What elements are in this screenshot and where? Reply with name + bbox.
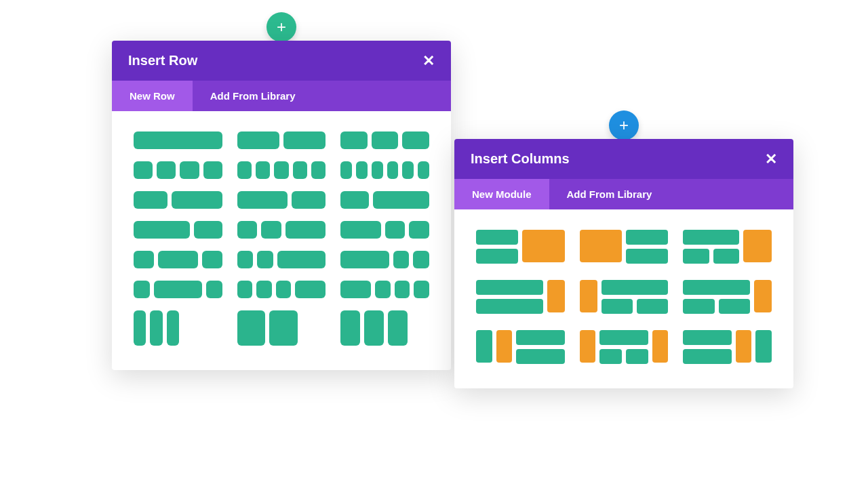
layout-2-3col[interactable] <box>134 221 222 239</box>
layout-2col-tall[interactable] <box>237 310 326 346</box>
tab-new-row[interactable]: New Row <box>112 81 193 111</box>
layout-3col-tall[interactable] <box>340 310 429 346</box>
close-icon[interactable]: ✕ <box>422 54 435 68</box>
tab-new-module[interactable]: New Module <box>454 179 549 209</box>
layout-1-4-1-2[interactable] <box>134 251 222 268</box>
panel-tabs: New Module Add From Library <box>454 179 793 209</box>
layout-5col[interactable] <box>237 161 326 179</box>
tab-add-from-library[interactable]: Add From Library <box>193 81 313 111</box>
col-layout-a[interactable] <box>476 230 565 264</box>
panel-title: Insert Row <box>128 53 197 68</box>
layout-1-2-1-6x3[interactable] <box>340 281 429 298</box>
layout-4col[interactable] <box>134 161 222 179</box>
layout-1-3col[interactable] <box>340 191 429 209</box>
layout-1-5-3-5[interactable] <box>237 251 326 268</box>
col-layout-f[interactable] <box>683 280 772 314</box>
close-icon[interactable]: ✕ <box>765 152 777 167</box>
col-layout-e[interactable] <box>580 280 669 314</box>
panel-title: Insert Columns <box>471 151 570 167</box>
layout-1-2-1-4[interactable] <box>340 221 429 239</box>
col-layout-d[interactable] <box>476 280 565 314</box>
col-layout-i[interactable] <box>683 330 772 364</box>
layout-1-4-1-4[interactable] <box>237 221 326 239</box>
layout-6col[interactable] <box>340 161 429 179</box>
col-layout-b[interactable] <box>580 230 669 264</box>
row-layouts-grid <box>112 111 451 370</box>
tab-add-from-library[interactable]: Add From Library <box>549 179 670 209</box>
layout-3col[interactable] <box>340 131 429 149</box>
col-layout-c[interactable] <box>683 230 772 264</box>
col-layout-h[interactable] <box>580 330 669 364</box>
panel-header: Insert Columns ✕ <box>454 139 793 179</box>
layout-3-5-1-5[interactable] <box>340 251 429 268</box>
layout-2col[interactable] <box>237 131 326 149</box>
panel-header: Insert Row ✕ <box>112 41 451 81</box>
layout-1col[interactable] <box>134 131 222 149</box>
layout-2-5col[interactable] <box>134 191 222 209</box>
layout-1-6x4[interactable] <box>237 281 326 298</box>
layout-3-5col[interactable] <box>237 191 326 209</box>
column-layouts-grid <box>454 209 793 388</box>
layout-narrow-tall[interactable] <box>134 310 222 346</box>
insert-columns-panel: Insert Columns ✕ New Module Add From Lib… <box>454 139 793 388</box>
col-layout-g[interactable] <box>476 330 565 364</box>
panel-tabs: New Row Add From Library <box>112 81 451 111</box>
layout-1-6-1-6-1-6[interactable] <box>134 281 222 298</box>
insert-row-panel: Insert Row ✕ New Row Add From Library <box>112 41 451 370</box>
